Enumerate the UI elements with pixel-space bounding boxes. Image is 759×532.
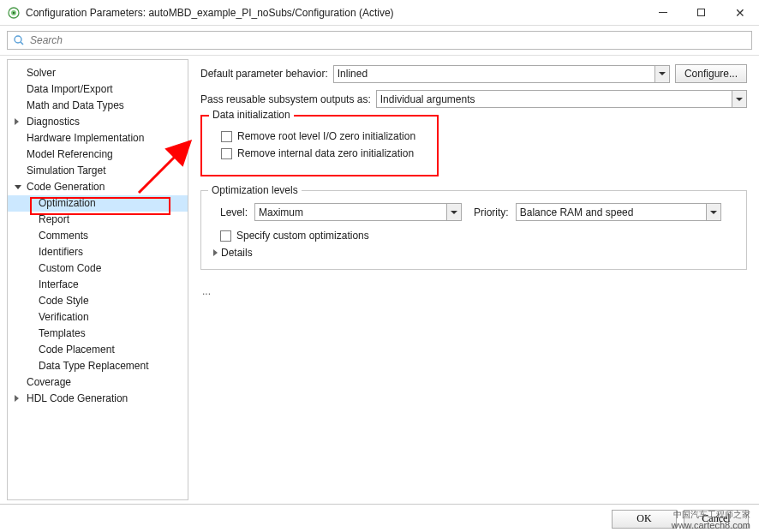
tree-item-math-and-data-types[interactable]: Math and Data Types	[8, 98, 188, 114]
tree-item-templates[interactable]: Templates	[8, 326, 188, 342]
search-bar	[0, 26, 759, 56]
chevron-right-icon	[15, 118, 19, 125]
tree-item-coverage[interactable]: Coverage	[8, 374, 188, 391]
remove-internal-data-label: Remove internal data zero initialization	[237, 147, 414, 159]
tree-item-label: Interface	[39, 278, 79, 290]
specify-custom-checkbox[interactable]	[220, 230, 231, 242]
priority-label: Priority:	[474, 206, 509, 218]
tree-item-diagnostics[interactable]: Diagnostics	[8, 114, 188, 130]
pass-reusable-value: Individual arguments	[380, 93, 475, 105]
details-label: Details	[221, 247, 253, 259]
priority-select[interactable]: Balance RAM and speed	[516, 203, 721, 221]
tree-item-label: Code Style	[39, 295, 89, 307]
level-select[interactable]: Maximum	[254, 203, 462, 221]
app-icon	[7, 6, 21, 20]
chevron-down-icon	[446, 204, 461, 220]
svg-point-1	[13, 11, 15, 13]
tree-item-code-generation[interactable]: Code Generation	[8, 179, 188, 195]
content-panel: Default parameter behavior: Inlined Conf…	[188, 56, 759, 504]
tree-item-label: Code Placement	[39, 344, 115, 356]
pass-reusable-label: Pass reusable subsystem outputs as:	[200, 93, 371, 105]
tree-item-label: Custom Code	[39, 262, 101, 274]
tree-item-label: Data Type Replacement	[39, 360, 149, 372]
tree-item-model-referencing[interactable]: Model Referencing	[8, 146, 188, 163]
remove-root-io-label: Remove root level I/O zero initializatio…	[237, 130, 415, 142]
data-initialization-group: Data initialization Remove root level I/…	[200, 115, 439, 176]
tree-item-code-style[interactable]: Code Style	[8, 293, 188, 309]
tree-item-label: Diagnostics	[27, 116, 80, 128]
close-button[interactable]: ✕	[720, 0, 759, 25]
search-input[interactable]	[28, 33, 746, 47]
svg-point-2	[15, 36, 21, 43]
tree-item-custom-code[interactable]: Custom Code	[8, 260, 188, 277]
tree-item-label: Optimization	[39, 197, 96, 209]
tree-item-label: Code Generation	[27, 181, 105, 193]
tree-item-comments[interactable]: Comments	[8, 228, 188, 244]
window-title: Configuration Parameters: autoMBD_exampl…	[26, 7, 643, 19]
chevron-down-icon	[654, 66, 669, 82]
cancel-button[interactable]: Cancel	[684, 510, 749, 529]
tree-item-report[interactable]: Report	[8, 212, 188, 228]
tree-item-label: Verification	[39, 311, 89, 323]
pass-reusable-select[interactable]: Individual arguments	[376, 90, 747, 108]
tree-item-label: Hardware Implementation	[27, 132, 144, 144]
level-value: Maximum	[259, 206, 303, 218]
tree-item-hdl-code-generation[interactable]: HDL Code Generation	[8, 391, 188, 407]
priority-value: Balance RAM and speed	[520, 206, 634, 218]
tree-item-optimization[interactable]: Optimization	[8, 195, 188, 212]
chevron-down-icon	[706, 204, 720, 220]
tree-item-label: Model Referencing	[27, 148, 113, 160]
optimization-levels-group: Optimization levels Level: Maximum Prior…	[200, 190, 747, 270]
remove-internal-data-checkbox[interactable]	[221, 148, 232, 159]
tree-item-label: Report	[39, 213, 69, 225]
chevron-right-icon	[15, 395, 19, 402]
search-icon	[13, 34, 25, 46]
title-bar: Configuration Parameters: autoMBD_exampl…	[0, 0, 759, 26]
ellipsis-text: ...	[200, 285, 747, 297]
tree-item-data-import-export[interactable]: Data Import/Export	[8, 81, 188, 98]
default-param-behavior-value: Inlined	[338, 68, 368, 80]
tree-item-simulation-target[interactable]: Simulation Target	[8, 163, 188, 179]
tree-item-label: Templates	[39, 327, 86, 339]
chevron-down-icon	[15, 185, 21, 189]
svg-line-3	[21, 42, 23, 45]
default-param-behavior-label: Default parameter behavior:	[200, 68, 328, 80]
tree-item-verification[interactable]: Verification	[8, 309, 188, 326]
tree-item-interface[interactable]: Interface	[8, 277, 188, 293]
tree-item-label: Math and Data Types	[27, 99, 124, 111]
tree-item-code-placement[interactable]: Code Placement	[8, 342, 188, 358]
details-expander[interactable]: Details	[213, 247, 736, 259]
ok-button[interactable]: OK	[612, 510, 677, 529]
data-init-title: Data initialization	[209, 109, 294, 121]
chevron-right-icon	[213, 249, 218, 256]
default-param-behavior-select[interactable]: Inlined	[333, 65, 670, 83]
maximize-button[interactable]	[682, 0, 720, 25]
tree-item-label: Simulation Target	[27, 164, 106, 176]
specify-custom-label: Specify custom optimizations	[236, 230, 369, 242]
configure-button[interactable]: Configure...	[675, 64, 747, 83]
tree-item-label: Identifiers	[39, 246, 83, 258]
search-box[interactable]	[7, 31, 752, 50]
dialog-footer: OK Cancel 中国汽车工程师之家 www.cartech8.com	[0, 504, 759, 532]
tree-item-label: Data Import/Export	[27, 83, 113, 95]
minimize-button[interactable]	[643, 0, 682, 25]
tree-item-hardware-implementation[interactable]: Hardware Implementation	[8, 130, 188, 146]
tree-item-label: Comments	[39, 230, 88, 242]
tree-item-identifiers[interactable]: Identifiers	[8, 244, 188, 260]
level-label: Level:	[220, 206, 248, 218]
tree-item-label: Solver	[27, 67, 56, 79]
tree-item-solver[interactable]: Solver	[8, 65, 188, 81]
tree-item-label: HDL Code Generation	[27, 392, 128, 404]
tree-item-data-type-replacement[interactable]: Data Type Replacement	[8, 358, 188, 374]
remove-root-io-checkbox[interactable]	[221, 131, 232, 142]
tree-item-label: Coverage	[27, 376, 71, 388]
chevron-down-icon	[732, 91, 746, 107]
nav-tree-panel: SolverData Import/ExportMath and Data Ty…	[7, 59, 188, 500]
opt-levels-title: Optimization levels	[208, 184, 302, 196]
